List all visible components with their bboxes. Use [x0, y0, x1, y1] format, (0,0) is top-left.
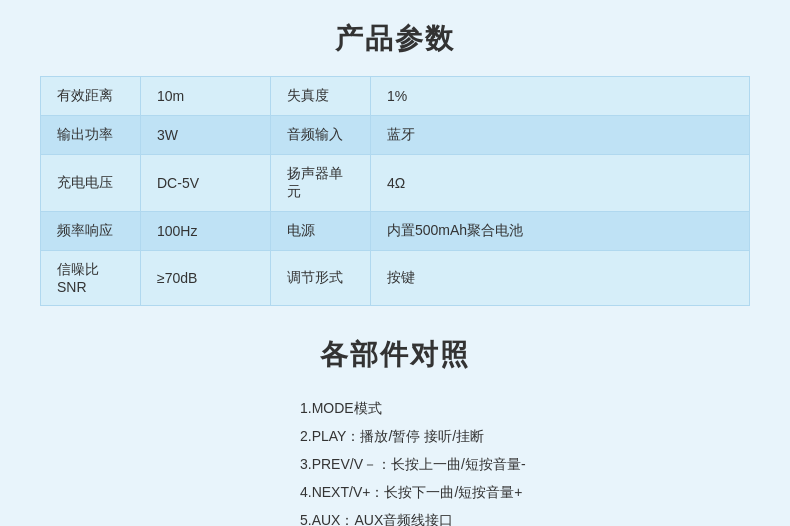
parts-list-item: 4.NEXT/V+：长按下一曲/短按音量+: [300, 478, 750, 506]
param-value: 蓝牙: [371, 116, 750, 155]
table-row: 有效距离10m失真度1%: [41, 77, 750, 116]
section1-title: 产品参数: [40, 20, 750, 58]
param-label: 音频输入: [271, 116, 371, 155]
table-row: 输出功率3W音频输入蓝牙: [41, 116, 750, 155]
param-value: 3W: [141, 116, 271, 155]
param-label: 充电电压: [41, 155, 141, 212]
param-value: 100Hz: [141, 212, 271, 251]
table-row: 充电电压DC-5V扬声器单元4Ω: [41, 155, 750, 212]
param-label: 信噪比SNR: [41, 251, 141, 306]
param-value: 内置500mAh聚合电池: [371, 212, 750, 251]
param-label: 电源: [271, 212, 371, 251]
param-label: 扬声器单元: [271, 155, 371, 212]
table-row: 信噪比SNR≥70dB调节形式按键: [41, 251, 750, 306]
param-label: 有效距离: [41, 77, 141, 116]
parts-list-item: 3.PREV/V－：长按上一曲/短按音量-: [300, 450, 750, 478]
parts-list: 1.MODE模式2.PLAY：播放/暂停 接听/挂断3.PREV/V－：长按上一…: [40, 394, 750, 526]
parts-list-item: 1.MODE模式: [300, 394, 750, 422]
params-table: 有效距离10m失真度1%输出功率3W音频输入蓝牙充电电压DC-5V扬声器单元4Ω…: [40, 76, 750, 306]
parts-list-item: 2.PLAY：播放/暂停 接听/挂断: [300, 422, 750, 450]
param-label: 失真度: [271, 77, 371, 116]
param-value: 按键: [371, 251, 750, 306]
param-label: 频率响应: [41, 212, 141, 251]
param-label: 调节形式: [271, 251, 371, 306]
table-row: 频率响应100Hz电源内置500mAh聚合电池: [41, 212, 750, 251]
parts-list-item: 5.AUX：AUX音频线接口: [300, 506, 750, 526]
section2-title: 各部件对照: [40, 336, 750, 374]
param-value: 1%: [371, 77, 750, 116]
param-value: ≥70dB: [141, 251, 271, 306]
param-value: 4Ω: [371, 155, 750, 212]
param-value: DC-5V: [141, 155, 271, 212]
page-container: 产品参数 有效距离10m失真度1%输出功率3W音频输入蓝牙充电电压DC-5V扬声…: [0, 0, 790, 526]
param-value: 10m: [141, 77, 271, 116]
param-label: 输出功率: [41, 116, 141, 155]
